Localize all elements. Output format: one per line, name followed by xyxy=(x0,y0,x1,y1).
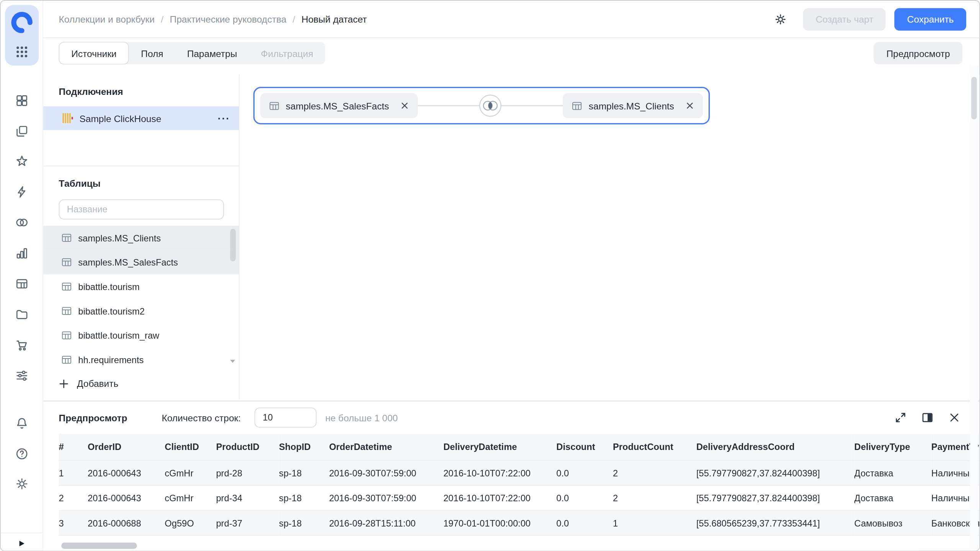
table-list-item[interactable]: samples.MS_Clients xyxy=(43,226,239,250)
expand-icon[interactable] xyxy=(894,411,907,424)
tab-filtering: Фильтрация xyxy=(249,42,325,64)
table-icon xyxy=(61,330,72,341)
sidebar-divider xyxy=(1,533,42,533)
cell: 0.0 xyxy=(556,486,613,510)
apps-grid-icon[interactable] xyxy=(15,45,29,59)
column-header: OrderID xyxy=(88,434,165,460)
table-list-item[interactable]: samples.MS_SalesFacts xyxy=(43,250,239,274)
table-list-item[interactable]: bibattle.tourism_raw xyxy=(43,323,239,348)
connection-menu-icon[interactable]: ··· xyxy=(218,113,230,124)
sources-canvas: samples.MS_SalesFacts xyxy=(240,74,980,399)
tab-parameters[interactable]: Параметры xyxy=(175,42,249,64)
cell: prd-37 xyxy=(216,510,279,535)
cell: 3 xyxy=(59,510,88,535)
cell: 2016-10-10T07:22:00 xyxy=(443,460,556,485)
table-icon xyxy=(572,100,583,111)
cell: 2016-000643 xyxy=(88,486,165,510)
table-row: 2 2016-000643 cGmHr prd-34 sp-18 2016-09… xyxy=(59,486,980,510)
connection-item[interactable]: Sample ClickHouse ··· xyxy=(43,106,239,130)
column-header: ProductCount xyxy=(613,434,696,460)
table-name: hh.requirements xyxy=(78,355,144,365)
column-header: OrderDatetime xyxy=(329,434,444,460)
table-list-item[interactable]: bibattle.tourism2 xyxy=(43,299,239,323)
clickhouse-icon xyxy=(62,112,73,124)
scroll-down-icon[interactable] xyxy=(229,358,237,364)
add-table-button[interactable]: Добавить xyxy=(59,378,119,389)
connection-name: Sample ClickHouse xyxy=(79,113,161,124)
preview-hscrollbar-thumb[interactable] xyxy=(61,543,137,549)
settings-icon[interactable] xyxy=(15,477,29,491)
marketplace-icon[interactable] xyxy=(15,338,29,352)
storage-icon[interactable] xyxy=(15,308,29,321)
cell: 2016-09-30T07:59:00 xyxy=(329,460,444,485)
datalens-logo-icon[interactable] xyxy=(10,10,34,35)
tables-heading: Таблицы xyxy=(59,178,101,189)
cell: prd-34 xyxy=(216,486,279,510)
expand-arrow-icon[interactable] xyxy=(18,540,26,548)
cell: 2 xyxy=(59,486,88,510)
cell: 0.0 xyxy=(556,510,613,535)
logo-block xyxy=(5,5,39,65)
table-row: 1 2016-000643 cGmHr prd-28 sp-18 2016-09… xyxy=(59,460,980,485)
column-header: ProductID xyxy=(216,434,279,460)
dataset-settings-gear-icon[interactable] xyxy=(774,13,787,25)
cell: Og59O xyxy=(165,510,216,535)
table-row: 3 2016-000688 Og59O prd-37 sp-18 2016-09… xyxy=(59,510,980,535)
plus-icon xyxy=(59,378,69,388)
source-chip-clients[interactable]: samples.MS_Clients xyxy=(563,93,703,118)
service-settings-icon[interactable] xyxy=(15,369,29,383)
favorites-icon[interactable] xyxy=(15,155,29,168)
preview-toggle-button[interactable]: Предпросмотр xyxy=(874,42,963,64)
cell: prd-28 xyxy=(216,460,279,485)
cell: 1 xyxy=(59,460,88,485)
close-icon[interactable] xyxy=(948,411,961,424)
column-header: ClientID xyxy=(165,434,216,460)
inner-join-icon[interactable] xyxy=(479,95,502,117)
tab-bar: Источники Поля Параметры Фильтрация Пред… xyxy=(43,38,980,75)
source-chip-label: samples.MS_SalesFacts xyxy=(286,100,389,111)
cell: 2016-000643 xyxy=(88,460,165,485)
table-list-item[interactable]: bibattle.tourism xyxy=(43,274,239,299)
cell: 2016-09-28T15:11:00 xyxy=(329,510,444,535)
remove-source-icon[interactable] xyxy=(400,101,409,110)
table-search-input[interactable] xyxy=(59,199,224,219)
workbooks-icon[interactable] xyxy=(15,124,29,138)
breadcrumb-collections[interactable]: Коллекции и воркбуки xyxy=(59,14,155,24)
cell: 1 xyxy=(613,510,696,535)
editor-icon[interactable] xyxy=(15,185,29,199)
sidebar xyxy=(1,1,43,551)
app-window: Коллекции и воркбуки Практические руково… xyxy=(0,0,980,551)
breadcrumb: Коллекции и воркбуки Практические руково… xyxy=(59,14,367,24)
dataset-tabs: Источники Поля Параметры Фильтрация xyxy=(59,42,325,64)
cell: [55.680565239,37.773353441] xyxy=(696,510,854,535)
save-button[interactable]: Сохранить xyxy=(895,8,966,30)
cell: Доставка xyxy=(854,460,931,485)
breadcrumb-workbook[interactable]: Практические руководства xyxy=(155,14,286,24)
tab-sources[interactable]: Источники xyxy=(59,42,129,64)
panel-divider xyxy=(43,166,239,166)
dashboards-icon[interactable] xyxy=(15,94,29,108)
split-view-icon[interactable] xyxy=(921,411,934,424)
charts-icon[interactable] xyxy=(15,246,29,260)
table-icon xyxy=(61,281,72,292)
connections-icon[interactable] xyxy=(15,216,29,230)
remove-source-icon[interactable] xyxy=(686,101,694,110)
datasets-icon[interactable] xyxy=(15,277,29,291)
source-chip-salesfacts[interactable]: samples.MS_SalesFacts xyxy=(260,93,418,118)
cell: cGmHr xyxy=(165,460,216,485)
tab-fields[interactable]: Поля xyxy=(129,42,175,64)
notifications-icon[interactable] xyxy=(15,416,29,430)
top-bar-actions: Создать чарт Сохранить xyxy=(774,8,966,30)
cell: 2 xyxy=(613,460,696,485)
cell: cGmHr xyxy=(165,486,216,510)
breadcrumb-current: Новый датасет xyxy=(286,14,367,24)
table-icon xyxy=(61,257,72,267)
main-scrollbar-thumb[interactable] xyxy=(971,77,977,119)
row-count-input[interactable] xyxy=(255,408,317,427)
row-count-hint: не больше 1 000 xyxy=(325,412,398,423)
help-icon[interactable] xyxy=(15,447,29,461)
table-list-item[interactable]: hh.requirements xyxy=(43,347,239,372)
connections-heading: Подключения xyxy=(59,86,123,97)
table-name: bibattle.tourism xyxy=(78,282,140,292)
tables-scrollbar-thumb[interactable] xyxy=(230,229,236,261)
